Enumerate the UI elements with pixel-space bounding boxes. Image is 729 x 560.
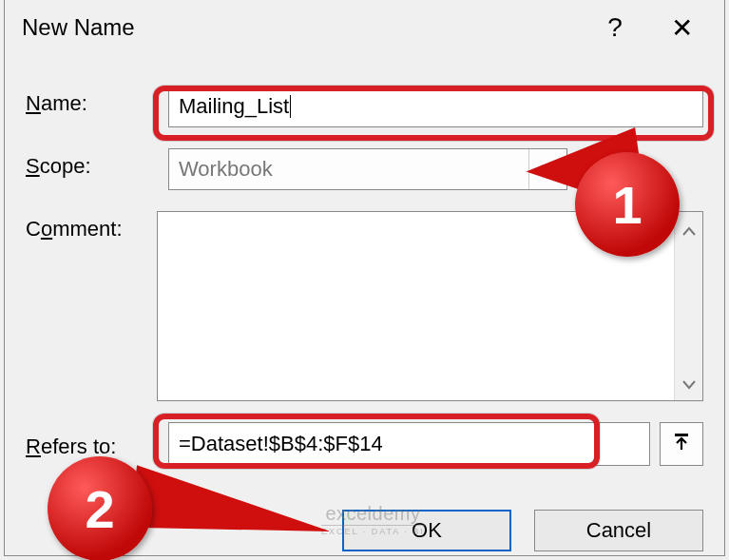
comment-label: Comment:	[26, 211, 157, 241]
callout-bubble-1: 1	[575, 152, 680, 257]
refers-label: Refers to:	[26, 429, 168, 459]
close-button[interactable]: ✕	[648, 0, 715, 55]
name-label: Name:	[26, 86, 168, 116]
scope-select[interactable]: Workbook	[168, 148, 567, 190]
dialog-title: New Name	[22, 14, 582, 41]
refers-row: Refers to:	[26, 422, 703, 466]
callout-number-2: 2	[85, 478, 114, 540]
name-input[interactable]: Mailing_List	[168, 86, 703, 127]
name-input-value: Mailing_List	[179, 94, 289, 119]
scope-value: Workbook	[179, 157, 273, 182]
comment-scrollbar[interactable]	[674, 212, 702, 400]
scope-label: Scope:	[26, 148, 168, 179]
dialog-body: Name: Mailing_List Scope: Workbook	[5, 55, 724, 504]
cancel-button-label: Cancel	[586, 518, 651, 543]
name-row: Name: Mailing_List	[26, 86, 703, 127]
titlebar: New Name ? ✕	[5, 0, 724, 55]
chevron-up-icon	[682, 218, 696, 241]
help-icon: ?	[607, 12, 623, 43]
close-icon: ✕	[671, 12, 693, 44]
callout-number-1: 1	[612, 174, 642, 236]
refers-input[interactable]	[168, 422, 650, 466]
ok-button[interactable]: OK	[342, 510, 511, 551]
collapse-dialog-button[interactable]	[660, 422, 703, 466]
svg-rect-0	[675, 434, 688, 436]
chevron-down-icon	[682, 372, 696, 395]
collapse-dialog-icon	[672, 433, 691, 456]
text-caret	[290, 95, 291, 118]
callout-bubble-2: 2	[48, 456, 152, 560]
help-button[interactable]: ?	[582, 0, 648, 55]
cancel-button[interactable]: Cancel	[534, 510, 703, 551]
name-control: Mailing_List	[168, 86, 703, 127]
ok-button-label: OK	[412, 518, 442, 543]
refers-control	[168, 422, 703, 466]
